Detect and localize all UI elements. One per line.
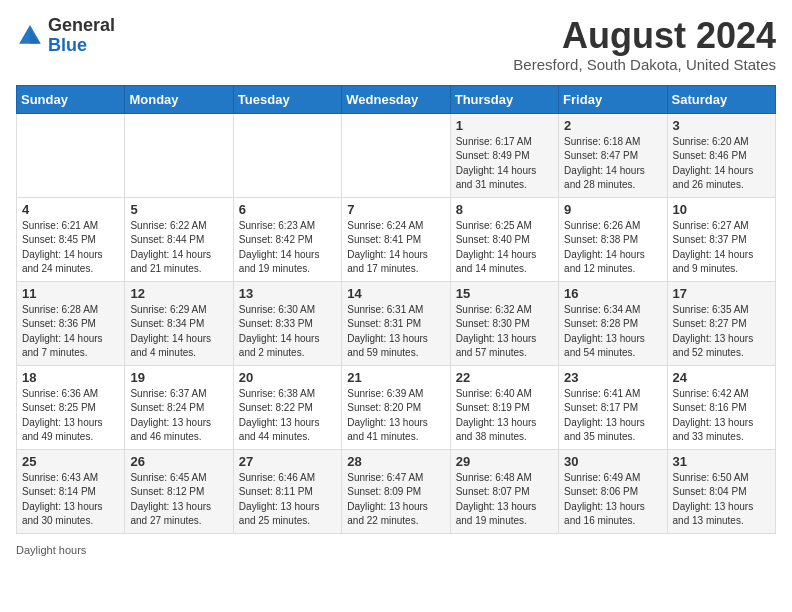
day-detail: Sunrise: 6:24 AMSunset: 8:41 PMDaylight:… — [347, 219, 444, 277]
day-number: 7 — [347, 202, 444, 217]
day-number: 23 — [564, 370, 661, 385]
calendar-week-row: 25Sunrise: 6:43 AMSunset: 8:14 PMDayligh… — [17, 449, 776, 533]
day-number: 5 — [130, 202, 227, 217]
calendar-cell: 14Sunrise: 6:31 AMSunset: 8:31 PMDayligh… — [342, 281, 450, 365]
day-detail: Sunrise: 6:40 AMSunset: 8:19 PMDaylight:… — [456, 387, 553, 445]
day-number: 20 — [239, 370, 336, 385]
day-number: 2 — [564, 118, 661, 133]
day-detail: Sunrise: 6:29 AMSunset: 8:34 PMDaylight:… — [130, 303, 227, 361]
day-detail: Sunrise: 6:25 AMSunset: 8:40 PMDaylight:… — [456, 219, 553, 277]
calendar-cell: 1Sunrise: 6:17 AMSunset: 8:49 PMDaylight… — [450, 113, 558, 197]
calendar-cell: 27Sunrise: 6:46 AMSunset: 8:11 PMDayligh… — [233, 449, 341, 533]
day-detail: Sunrise: 6:23 AMSunset: 8:42 PMDaylight:… — [239, 219, 336, 277]
calendar-cell — [125, 113, 233, 197]
day-detail: Sunrise: 6:37 AMSunset: 8:24 PMDaylight:… — [130, 387, 227, 445]
day-detail: Sunrise: 6:28 AMSunset: 8:36 PMDaylight:… — [22, 303, 119, 361]
day-number: 27 — [239, 454, 336, 469]
calendar-cell: 9Sunrise: 6:26 AMSunset: 8:38 PMDaylight… — [559, 197, 667, 281]
day-detail: Sunrise: 6:41 AMSunset: 8:17 PMDaylight:… — [564, 387, 661, 445]
day-number: 21 — [347, 370, 444, 385]
day-detail: Sunrise: 6:47 AMSunset: 8:09 PMDaylight:… — [347, 471, 444, 529]
calendar-header-wednesday: Wednesday — [342, 85, 450, 113]
title-area: August 2024 Beresford, South Dakota, Uni… — [513, 16, 776, 73]
calendar-cell: 25Sunrise: 6:43 AMSunset: 8:14 PMDayligh… — [17, 449, 125, 533]
day-number: 26 — [130, 454, 227, 469]
footer-legend: Daylight hours — [16, 544, 776, 556]
day-detail: Sunrise: 6:45 AMSunset: 8:12 PMDaylight:… — [130, 471, 227, 529]
day-detail: Sunrise: 6:31 AMSunset: 8:31 PMDaylight:… — [347, 303, 444, 361]
calendar-week-row: 1Sunrise: 6:17 AMSunset: 8:49 PMDaylight… — [17, 113, 776, 197]
day-detail: Sunrise: 6:20 AMSunset: 8:46 PMDaylight:… — [673, 135, 770, 193]
day-detail: Sunrise: 6:43 AMSunset: 8:14 PMDaylight:… — [22, 471, 119, 529]
calendar-cell: 21Sunrise: 6:39 AMSunset: 8:20 PMDayligh… — [342, 365, 450, 449]
day-number: 22 — [456, 370, 553, 385]
calendar-week-row: 11Sunrise: 6:28 AMSunset: 8:36 PMDayligh… — [17, 281, 776, 365]
day-number: 24 — [673, 370, 770, 385]
day-number: 6 — [239, 202, 336, 217]
calendar-cell — [233, 113, 341, 197]
day-number: 29 — [456, 454, 553, 469]
day-number: 3 — [673, 118, 770, 133]
day-number: 30 — [564, 454, 661, 469]
calendar-header-tuesday: Tuesday — [233, 85, 341, 113]
calendar-cell: 2Sunrise: 6:18 AMSunset: 8:47 PMDaylight… — [559, 113, 667, 197]
day-detail: Sunrise: 6:50 AMSunset: 8:04 PMDaylight:… — [673, 471, 770, 529]
day-detail: Sunrise: 6:35 AMSunset: 8:27 PMDaylight:… — [673, 303, 770, 361]
day-number: 25 — [22, 454, 119, 469]
logo-icon — [16, 22, 44, 50]
calendar-cell: 4Sunrise: 6:21 AMSunset: 8:45 PMDaylight… — [17, 197, 125, 281]
header: General Blue August 2024 Beresford, Sout… — [16, 16, 776, 73]
day-number: 8 — [456, 202, 553, 217]
calendar-cell: 24Sunrise: 6:42 AMSunset: 8:16 PMDayligh… — [667, 365, 775, 449]
day-detail: Sunrise: 6:30 AMSunset: 8:33 PMDaylight:… — [239, 303, 336, 361]
day-number: 14 — [347, 286, 444, 301]
day-detail: Sunrise: 6:18 AMSunset: 8:47 PMDaylight:… — [564, 135, 661, 193]
calendar-cell: 19Sunrise: 6:37 AMSunset: 8:24 PMDayligh… — [125, 365, 233, 449]
day-number: 4 — [22, 202, 119, 217]
day-number: 13 — [239, 286, 336, 301]
calendar-header-monday: Monday — [125, 85, 233, 113]
calendar-header-thursday: Thursday — [450, 85, 558, 113]
day-number: 17 — [673, 286, 770, 301]
day-detail: Sunrise: 6:22 AMSunset: 8:44 PMDaylight:… — [130, 219, 227, 277]
calendar-cell: 18Sunrise: 6:36 AMSunset: 8:25 PMDayligh… — [17, 365, 125, 449]
calendar-week-row: 4Sunrise: 6:21 AMSunset: 8:45 PMDaylight… — [17, 197, 776, 281]
day-number: 18 — [22, 370, 119, 385]
day-detail: Sunrise: 6:46 AMSunset: 8:11 PMDaylight:… — [239, 471, 336, 529]
calendar-cell: 5Sunrise: 6:22 AMSunset: 8:44 PMDaylight… — [125, 197, 233, 281]
calendar-table: SundayMondayTuesdayWednesdayThursdayFrid… — [16, 85, 776, 534]
calendar-cell: 31Sunrise: 6:50 AMSunset: 8:04 PMDayligh… — [667, 449, 775, 533]
day-number: 19 — [130, 370, 227, 385]
day-detail: Sunrise: 6:17 AMSunset: 8:49 PMDaylight:… — [456, 135, 553, 193]
calendar-cell: 11Sunrise: 6:28 AMSunset: 8:36 PMDayligh… — [17, 281, 125, 365]
day-detail: Sunrise: 6:49 AMSunset: 8:06 PMDaylight:… — [564, 471, 661, 529]
calendar-cell: 22Sunrise: 6:40 AMSunset: 8:19 PMDayligh… — [450, 365, 558, 449]
day-detail: Sunrise: 6:48 AMSunset: 8:07 PMDaylight:… — [456, 471, 553, 529]
calendar-cell: 10Sunrise: 6:27 AMSunset: 8:37 PMDayligh… — [667, 197, 775, 281]
calendar-header-row: SundayMondayTuesdayWednesdayThursdayFrid… — [17, 85, 776, 113]
calendar-cell: 16Sunrise: 6:34 AMSunset: 8:28 PMDayligh… — [559, 281, 667, 365]
calendar-cell: 17Sunrise: 6:35 AMSunset: 8:27 PMDayligh… — [667, 281, 775, 365]
day-number: 12 — [130, 286, 227, 301]
calendar-cell: 15Sunrise: 6:32 AMSunset: 8:30 PMDayligh… — [450, 281, 558, 365]
calendar-cell: 28Sunrise: 6:47 AMSunset: 8:09 PMDayligh… — [342, 449, 450, 533]
day-detail: Sunrise: 6:34 AMSunset: 8:28 PMDaylight:… — [564, 303, 661, 361]
day-detail: Sunrise: 6:27 AMSunset: 8:37 PMDaylight:… — [673, 219, 770, 277]
calendar-cell: 29Sunrise: 6:48 AMSunset: 8:07 PMDayligh… — [450, 449, 558, 533]
calendar-cell: 12Sunrise: 6:29 AMSunset: 8:34 PMDayligh… — [125, 281, 233, 365]
calendar-header-friday: Friday — [559, 85, 667, 113]
day-number: 16 — [564, 286, 661, 301]
calendar-cell: 30Sunrise: 6:49 AMSunset: 8:06 PMDayligh… — [559, 449, 667, 533]
logo-text: General Blue — [48, 16, 115, 56]
logo: General Blue — [16, 16, 115, 56]
calendar-cell: 13Sunrise: 6:30 AMSunset: 8:33 PMDayligh… — [233, 281, 341, 365]
calendar-header-sunday: Sunday — [17, 85, 125, 113]
day-number: 31 — [673, 454, 770, 469]
calendar-cell — [17, 113, 125, 197]
day-detail: Sunrise: 6:39 AMSunset: 8:20 PMDaylight:… — [347, 387, 444, 445]
calendar-cell: 23Sunrise: 6:41 AMSunset: 8:17 PMDayligh… — [559, 365, 667, 449]
day-number: 10 — [673, 202, 770, 217]
day-detail: Sunrise: 6:38 AMSunset: 8:22 PMDaylight:… — [239, 387, 336, 445]
calendar-header-saturday: Saturday — [667, 85, 775, 113]
day-number: 15 — [456, 286, 553, 301]
